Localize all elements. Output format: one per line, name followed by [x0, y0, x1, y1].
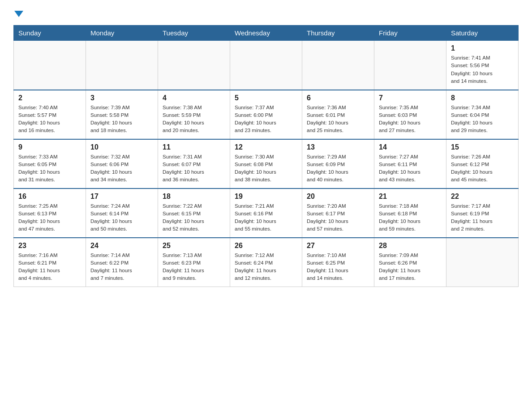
day-info: Sunrise: 7:17 AM Sunset: 6:19 PM Dayligh…: [451, 202, 514, 233]
day-header-tuesday: Tuesday: [158, 26, 230, 41]
day-number: 9: [18, 143, 81, 151]
calendar-day-cell: 15Sunrise: 7:26 AM Sunset: 6:12 PM Dayli…: [446, 139, 519, 188]
day-number: 12: [235, 143, 297, 151]
day-info: Sunrise: 7:30 AM Sunset: 6:08 PM Dayligh…: [235, 153, 297, 184]
day-info: Sunrise: 7:22 AM Sunset: 6:15 PM Dayligh…: [163, 202, 225, 233]
calendar-day-cell: [374, 41, 446, 90]
calendar-day-cell: 13Sunrise: 7:29 AM Sunset: 6:09 PM Dayli…: [302, 139, 374, 188]
day-number: 2: [18, 94, 81, 102]
day-info: Sunrise: 7:13 AM Sunset: 6:23 PM Dayligh…: [163, 252, 225, 283]
page-header: [13, 9, 519, 18]
calendar-day-cell: 22Sunrise: 7:17 AM Sunset: 6:19 PM Dayli…: [446, 188, 519, 238]
day-number: 5: [235, 94, 297, 102]
day-info: Sunrise: 7:26 AM Sunset: 6:12 PM Dayligh…: [451, 153, 514, 184]
day-info: Sunrise: 7:39 AM Sunset: 5:58 PM Dayligh…: [90, 104, 153, 135]
calendar-day-cell: 21Sunrise: 7:18 AM Sunset: 6:18 PM Dayli…: [374, 188, 446, 238]
day-header-monday: Monday: [86, 26, 158, 41]
day-number: 24: [90, 242, 153, 250]
day-info: Sunrise: 7:09 AM Sunset: 6:26 PM Dayligh…: [379, 252, 442, 283]
day-number: 1: [451, 44, 514, 52]
calendar-day-cell: [86, 41, 158, 90]
day-number: 4: [163, 94, 225, 102]
logo: [13, 9, 23, 18]
calendar-day-cell: 3Sunrise: 7:39 AM Sunset: 5:58 PM Daylig…: [86, 90, 158, 139]
day-number: 16: [18, 193, 81, 201]
day-number: 25: [163, 242, 225, 250]
day-info: Sunrise: 7:21 AM Sunset: 6:16 PM Dayligh…: [235, 202, 297, 233]
calendar-day-cell: 24Sunrise: 7:14 AM Sunset: 6:22 PM Dayli…: [86, 238, 158, 287]
day-number: 18: [163, 193, 225, 201]
day-info: Sunrise: 7:34 AM Sunset: 6:04 PM Dayligh…: [451, 104, 514, 135]
logo-arrow-icon: [14, 11, 23, 17]
day-info: Sunrise: 7:38 AM Sunset: 5:59 PM Dayligh…: [163, 104, 225, 135]
day-info: Sunrise: 7:41 AM Sunset: 5:56 PM Dayligh…: [451, 54, 514, 85]
calendar-day-cell: 6Sunrise: 7:36 AM Sunset: 6:01 PM Daylig…: [302, 90, 374, 139]
calendar-day-cell: 2Sunrise: 7:40 AM Sunset: 5:57 PM Daylig…: [14, 90, 86, 139]
calendar-week-row: 2Sunrise: 7:40 AM Sunset: 5:57 PM Daylig…: [14, 90, 519, 139]
calendar-day-cell: 4Sunrise: 7:38 AM Sunset: 5:59 PM Daylig…: [158, 90, 230, 139]
day-info: Sunrise: 7:32 AM Sunset: 6:06 PM Dayligh…: [90, 153, 153, 184]
calendar-day-cell: 23Sunrise: 7:16 AM Sunset: 6:21 PM Dayli…: [14, 238, 86, 287]
calendar-day-cell: 18Sunrise: 7:22 AM Sunset: 6:15 PM Dayli…: [158, 188, 230, 238]
day-number: 21: [379, 193, 442, 201]
day-number: 6: [307, 94, 369, 102]
calendar-day-cell: 8Sunrise: 7:34 AM Sunset: 6:04 PM Daylig…: [446, 90, 519, 139]
day-info: Sunrise: 7:35 AM Sunset: 6:03 PM Dayligh…: [379, 104, 442, 135]
calendar-day-cell: 10Sunrise: 7:32 AM Sunset: 6:06 PM Dayli…: [86, 139, 158, 188]
day-number: 15: [451, 143, 514, 151]
day-number: 26: [235, 242, 297, 250]
calendar-day-cell: 11Sunrise: 7:31 AM Sunset: 6:07 PM Dayli…: [158, 139, 230, 188]
calendar-day-cell: 5Sunrise: 7:37 AM Sunset: 6:00 PM Daylig…: [230, 90, 302, 139]
day-info: Sunrise: 7:24 AM Sunset: 6:14 PM Dayligh…: [90, 202, 153, 233]
calendar-day-cell: [446, 238, 519, 287]
calendar-table: SundayMondayTuesdayWednesdayThursdayFrid…: [13, 25, 519, 287]
calendar-day-cell: 1Sunrise: 7:41 AM Sunset: 5:56 PM Daylig…: [446, 41, 519, 90]
calendar-day-cell: 20Sunrise: 7:20 AM Sunset: 6:17 PM Dayli…: [302, 188, 374, 238]
day-header-sunday: Sunday: [14, 26, 86, 41]
calendar-day-cell: 12Sunrise: 7:30 AM Sunset: 6:08 PM Dayli…: [230, 139, 302, 188]
day-number: 8: [451, 94, 514, 102]
day-info: Sunrise: 7:14 AM Sunset: 6:22 PM Dayligh…: [90, 252, 153, 283]
day-info: Sunrise: 7:18 AM Sunset: 6:18 PM Dayligh…: [379, 202, 442, 233]
calendar-day-cell: 16Sunrise: 7:25 AM Sunset: 6:13 PM Dayli…: [14, 188, 86, 238]
calendar-week-row: 16Sunrise: 7:25 AM Sunset: 6:13 PM Dayli…: [14, 188, 519, 238]
day-number: 13: [307, 143, 369, 151]
day-number: 20: [307, 193, 369, 201]
day-info: Sunrise: 7:27 AM Sunset: 6:11 PM Dayligh…: [379, 153, 442, 184]
calendar-day-cell: [14, 41, 86, 90]
day-number: 28: [379, 242, 442, 250]
day-number: 14: [379, 143, 442, 151]
calendar-week-row: 9Sunrise: 7:33 AM Sunset: 6:05 PM Daylig…: [14, 139, 519, 188]
calendar-day-cell: 19Sunrise: 7:21 AM Sunset: 6:16 PM Dayli…: [230, 188, 302, 238]
day-header-thursday: Thursday: [302, 26, 374, 41]
calendar-day-cell: [230, 41, 302, 90]
day-number: 22: [451, 193, 514, 201]
calendar-day-cell: 14Sunrise: 7:27 AM Sunset: 6:11 PM Dayli…: [374, 139, 446, 188]
calendar-day-cell: 7Sunrise: 7:35 AM Sunset: 6:03 PM Daylig…: [374, 90, 446, 139]
day-header-saturday: Saturday: [446, 26, 519, 41]
calendar-day-cell: 26Sunrise: 7:12 AM Sunset: 6:24 PM Dayli…: [230, 238, 302, 287]
calendar-day-cell: 27Sunrise: 7:10 AM Sunset: 6:25 PM Dayli…: [302, 238, 374, 287]
day-number: 27: [307, 242, 369, 250]
day-info: Sunrise: 7:16 AM Sunset: 6:21 PM Dayligh…: [18, 252, 81, 283]
day-info: Sunrise: 7:36 AM Sunset: 6:01 PM Dayligh…: [307, 104, 369, 135]
day-info: Sunrise: 7:29 AM Sunset: 6:09 PM Dayligh…: [307, 153, 369, 184]
day-info: Sunrise: 7:31 AM Sunset: 6:07 PM Dayligh…: [163, 153, 225, 184]
day-number: 17: [90, 193, 153, 201]
calendar-week-row: 1Sunrise: 7:41 AM Sunset: 5:56 PM Daylig…: [14, 41, 519, 90]
calendar-day-cell: 28Sunrise: 7:09 AM Sunset: 6:26 PM Dayli…: [374, 238, 446, 287]
calendar-day-cell: 17Sunrise: 7:24 AM Sunset: 6:14 PM Dayli…: [86, 188, 158, 238]
day-info: Sunrise: 7:25 AM Sunset: 6:13 PM Dayligh…: [18, 202, 81, 233]
day-info: Sunrise: 7:37 AM Sunset: 6:00 PM Dayligh…: [235, 104, 297, 135]
day-info: Sunrise: 7:12 AM Sunset: 6:24 PM Dayligh…: [235, 252, 297, 283]
calendar-day-cell: [302, 41, 374, 90]
calendar-header-row: SundayMondayTuesdayWednesdayThursdayFrid…: [14, 26, 519, 41]
calendar-day-cell: 9Sunrise: 7:33 AM Sunset: 6:05 PM Daylig…: [14, 139, 86, 188]
day-info: Sunrise: 7:40 AM Sunset: 5:57 PM Dayligh…: [18, 104, 81, 135]
day-info: Sunrise: 7:10 AM Sunset: 6:25 PM Dayligh…: [307, 252, 369, 283]
calendar-week-row: 23Sunrise: 7:16 AM Sunset: 6:21 PM Dayli…: [14, 238, 519, 287]
calendar-day-cell: 25Sunrise: 7:13 AM Sunset: 6:23 PM Dayli…: [158, 238, 230, 287]
day-info: Sunrise: 7:33 AM Sunset: 6:05 PM Dayligh…: [18, 153, 81, 184]
day-info: Sunrise: 7:20 AM Sunset: 6:17 PM Dayligh…: [307, 202, 369, 233]
day-header-friday: Friday: [374, 26, 446, 41]
